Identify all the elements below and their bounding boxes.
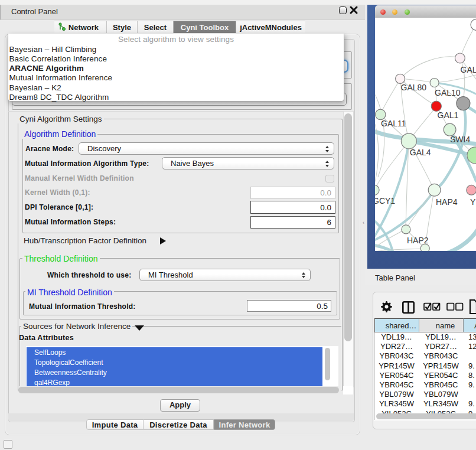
svg-text:SWI4: SWI4 <box>450 135 470 144</box>
svg-text:GAL10: GAL10 <box>435 88 461 97</box>
svg-text:GAL: GAL <box>461 65 476 74</box>
svg-text:HAP4: HAP4 <box>436 197 458 207</box>
svg-text:GCY1: GCY1 <box>375 196 395 206</box>
svg-text:Y: Y <box>470 197 476 207</box>
svg-text:GAL4: GAL4 <box>410 148 431 157</box>
svg-text:GAL1: GAL1 <box>438 110 459 120</box>
svg-text:HAP2: HAP2 <box>407 236 429 245</box>
svg-text:GAL80: GAL80 <box>401 83 427 92</box>
svg-text:GAL11: GAL11 <box>381 119 406 128</box>
